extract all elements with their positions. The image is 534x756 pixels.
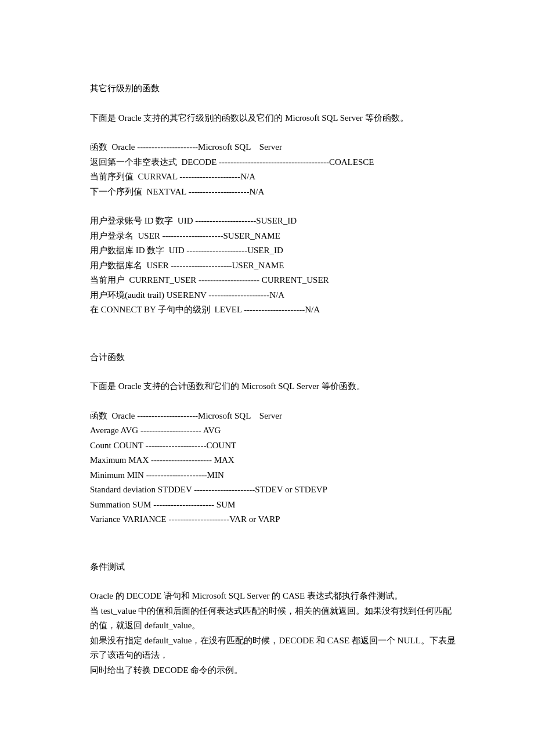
spacer (90, 394, 459, 409)
table-row: 返回第一个非空表达式 DECODE ----------------------… (90, 155, 459, 170)
section-title: 合计函数 (90, 350, 459, 365)
document-page: 其它行级别的函数 下面是 Oracle 支持的其它行级别的函数以及它们的 Mic… (0, 0, 534, 678)
spacer (90, 199, 459, 214)
table-row: 当前用户 CURRENT_USER --------------------- … (90, 273, 459, 288)
paragraph: 当 test_value 中的值和后面的任何表达式匹配的时候，相关的值就返回。如… (90, 604, 459, 633)
paragraph: Oracle 的 DECODE 语句和 Microsoft SQL Server… (90, 589, 459, 604)
table-row: Summation SUM --------------------- SUM (90, 498, 459, 513)
table-row: Count COUNT ---------------------COUNT (90, 438, 459, 453)
table-row: Average AVG --------------------- AVG (90, 423, 459, 438)
table-row: 用户数据库 ID 数字 UID ---------------------USE… (90, 243, 459, 258)
spacer (90, 574, 459, 589)
table-row: Variance VARIANCE ---------------------V… (90, 512, 459, 527)
table-row: 用户登录账号 ID 数字 UID ---------------------SU… (90, 214, 459, 229)
table-row: Maximum MAX --------------------- MAX (90, 453, 459, 468)
section-title: 条件测试 (90, 560, 459, 575)
table-row: 当前序列值 CURRVAL ---------------------N/A (90, 170, 459, 185)
spacer (90, 125, 459, 140)
spacer (90, 365, 459, 379)
spacer (90, 527, 459, 560)
table-header: 函数 Oracle ---------------------Microsoft… (90, 140, 459, 155)
table-row: 用户数据库名 USER ---------------------USER_NA… (90, 258, 459, 273)
spacer (90, 96, 459, 111)
paragraph: 同时给出了转换 DECODE 命令的示例。 (90, 663, 459, 678)
paragraph: 下面是 Oracle 支持的其它行级别的函数以及它们的 Microsoft SQ… (90, 111, 459, 126)
paragraph: 下面是 Oracle 支持的合计函数和它们的 Microsoft SQL Ser… (90, 379, 459, 394)
table-row: Minimum MIN ---------------------MIN (90, 468, 459, 483)
table-row: 下一个序列值 NEXTVAL ---------------------N/A (90, 185, 459, 200)
table-row: 用户登录名 USER ---------------------SUSER_NA… (90, 229, 459, 244)
spacer (90, 318, 459, 350)
table-row: Standard deviation STDDEV --------------… (90, 483, 459, 498)
section-title: 其它行级别的函数 (90, 81, 459, 96)
table-row: 在 CONNECT BY 子句中的级别 LEVEL --------------… (90, 303, 459, 318)
paragraph: 如果没有指定 default_value，在没有匹配的时候，DECODE 和 C… (90, 633, 459, 663)
table-header: 函数 Oracle ---------------------Microsoft… (90, 409, 459, 424)
table-row: 用户环境(audit trail) USERENV --------------… (90, 288, 459, 303)
